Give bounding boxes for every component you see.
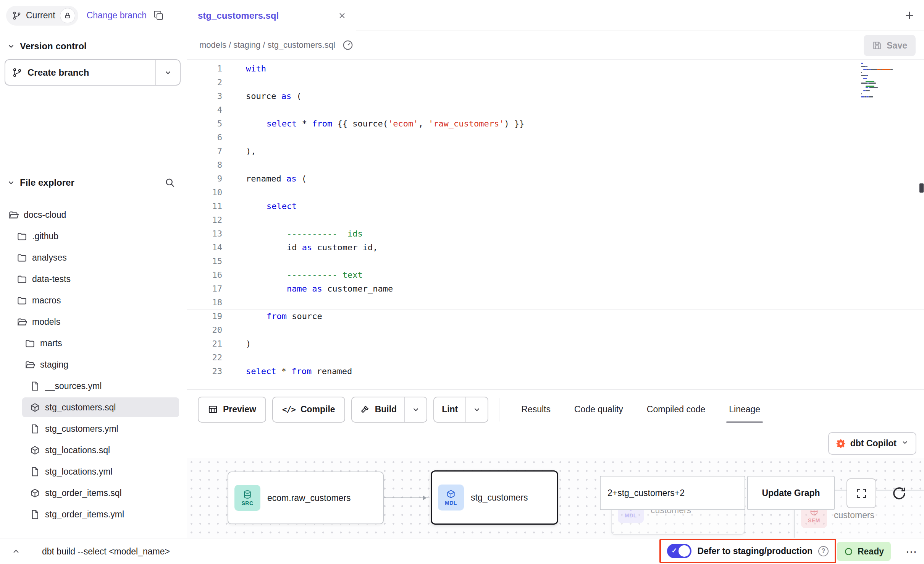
code-line-10[interactable]: 10 [187, 186, 924, 199]
code-line-1[interactable]: 1with [187, 62, 924, 76]
code-line-17[interactable]: 17 name as customer_name [187, 282, 924, 296]
version-control-header[interactable]: Version control [7, 38, 181, 55]
tree-item-marts[interactable]: marts [0, 332, 187, 354]
editor-scrollbar-thumb[interactable] [919, 183, 924, 193]
model-icon [30, 488, 40, 498]
line-number: 5 [187, 117, 222, 131]
tree-item-stg-customers-sql[interactable]: stg_customers.sql [0, 397, 187, 418]
create-branch-dropdown[interactable] [155, 60, 180, 85]
change-branch-link[interactable]: Change branch [87, 10, 147, 21]
code-line-16[interactable]: 16 ---------- text [187, 268, 924, 282]
tab-results[interactable]: Results [509, 390, 562, 429]
copy-icon[interactable] [153, 10, 164, 21]
code-line-5[interactable]: 5 select * from {{ source('ecom', 'raw_c… [187, 117, 924, 131]
refresh-button[interactable] [885, 479, 913, 507]
tree-item-label: stg_order_items.yml [45, 509, 124, 520]
code-line-22[interactable]: 22 [187, 351, 924, 365]
lineage-node-source[interactable]: SRC ecom.raw_customers [228, 472, 384, 524]
tree-item-stg-customers-yml[interactable]: stg_customers.yml [0, 418, 187, 439]
code-line-2[interactable]: 2 [187, 76, 924, 89]
save-button[interactable]: Save [864, 35, 916, 56]
line-number: 20 [187, 323, 222, 337]
tree-item-macros[interactable]: macros [0, 290, 187, 311]
tree-item--github[interactable]: .github [0, 225, 187, 247]
defer-toggle[interactable]: ✓ [667, 544, 691, 558]
code-line-15[interactable]: 15 [187, 254, 924, 268]
lint-dropdown[interactable] [465, 397, 488, 422]
lineage-selector-input[interactable]: 2+stg_customers+2 [600, 476, 745, 510]
search-icon[interactable] [165, 177, 175, 188]
code-line-11[interactable]: 11 select [187, 199, 924, 213]
ready-status-badge[interactable]: Ready [837, 542, 891, 561]
lint-button-group: Lint [433, 397, 488, 423]
code-line-13[interactable]: 13 ---------- ids [187, 227, 924, 241]
folder-icon [17, 295, 27, 306]
code-line-12[interactable]: 12 [187, 213, 924, 227]
file-icon [30, 467, 40, 477]
folder-open-icon [25, 360, 35, 370]
tree-item--sources-yml[interactable]: __sources.yml [0, 375, 187, 397]
source-badge-icon: SRC [234, 485, 260, 511]
minimap[interactable] [861, 63, 913, 98]
chevron-down-icon [901, 438, 909, 449]
tree-item-staging[interactable]: staging [0, 354, 187, 375]
tree-item-stg-locations-sql[interactable]: stg_locations.sql [0, 439, 187, 461]
code-line-6[interactable]: 6 [187, 131, 924, 144]
tab-stg-customers-sql[interactable]: stg_customers.sql [187, 0, 356, 31]
current-branch-pill[interactable]: Current [6, 6, 78, 26]
file-explorer-header[interactable]: File explorer [7, 174, 181, 191]
code-line-20[interactable]: 20 [187, 323, 924, 337]
code-line-14[interactable]: 14 id as customer_id, [187, 241, 924, 254]
chevron-down-icon [7, 42, 15, 50]
code-line-23[interactable]: 23select * from renamed [187, 365, 924, 378]
code-line-8[interactable]: 8 [187, 158, 924, 172]
chevron-down-icon [164, 68, 172, 77]
tab-title: stg_customers.sql [198, 10, 279, 21]
help-icon[interactable]: ? [818, 546, 829, 556]
lineage-canvas[interactable]: MDL customers SEM customers SRC ecom.raw… [187, 458, 924, 538]
breadcrumb-row: models / staging / stg_customers.sql Sav… [187, 31, 924, 60]
tab-compiled-code[interactable]: Compiled code [635, 390, 717, 429]
fullscreen-icon [855, 487, 867, 499]
line-number: 2 [187, 76, 222, 89]
tree-item-stg-order-items-yml[interactable]: stg_order_items.yml [0, 504, 187, 525]
code-line-19[interactable]: 19 from source [187, 310, 924, 323]
tree-item-stg-order-items-sql[interactable]: stg_order_items.sql [0, 482, 187, 504]
code-line-18[interactable]: 18 [187, 296, 924, 310]
gauge-icon[interactable] [342, 39, 354, 51]
code-line-3[interactable]: 3source as ( [187, 89, 924, 103]
tree-item-analyses[interactable]: analyses [0, 247, 187, 268]
create-branch-button[interactable]: Create branch [5, 59, 181, 86]
code-line-9[interactable]: 9renamed as ( [187, 172, 924, 186]
tab-lineage[interactable]: Lineage [717, 390, 772, 429]
preview-button[interactable]: Preview [198, 397, 266, 423]
code-editor[interactable]: 1with23source as (45 select * from {{ so… [187, 60, 924, 389]
line-number: 9 [187, 172, 222, 186]
tree-item-docs-cloud[interactable]: docs-cloud [0, 204, 187, 225]
compile-button[interactable]: </> Compile [272, 397, 345, 423]
build-dropdown[interactable] [404, 397, 426, 422]
lint-button[interactable]: Lint [434, 397, 465, 422]
version-control-title: Version control [20, 41, 87, 52]
code-line-4[interactable]: 4 [187, 103, 924, 117]
folder-icon [17, 253, 27, 263]
code-line-7[interactable]: 7), [187, 144, 924, 158]
more-options-button[interactable]: ⋯ [903, 542, 921, 561]
chevron-up-icon[interactable] [11, 547, 21, 556]
update-graph-button[interactable]: Update Graph [747, 476, 835, 510]
tree-item-data-tests[interactable]: data-tests [0, 268, 187, 290]
lineage-node-stg-customers-selected[interactable]: MDL stg_customers [431, 470, 558, 525]
tree-item-stg-locations-yml[interactable]: stg_locations.yml [0, 461, 187, 482]
branch-bar: Current Change branch [0, 0, 187, 31]
close-tab-icon[interactable] [338, 11, 347, 20]
fullscreen-button[interactable] [846, 478, 876, 508]
tree-item-models[interactable]: models [0, 311, 187, 332]
tree-item-label: stg_locations.sql [45, 445, 110, 455]
cli-command[interactable]: dbt build --select <model_name> [42, 538, 170, 564]
tab-code-quality[interactable]: Code quality [562, 390, 635, 429]
new-tab-icon[interactable] [903, 9, 916, 21]
dbt-copilot-button[interactable]: dbt Copilot [828, 432, 916, 455]
dbt-logo-icon [836, 439, 846, 449]
code-line-21[interactable]: 21) [187, 337, 924, 351]
build-button[interactable]: Build [352, 397, 405, 422]
